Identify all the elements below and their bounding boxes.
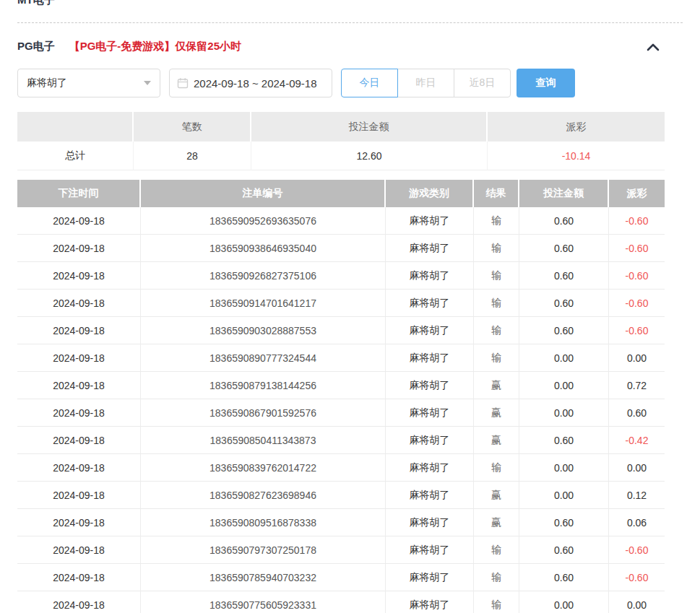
cell-bet-amount: 0.00 [519,344,609,372]
cell-result: 赢 [474,509,519,536]
cell-bet-amount: 0.60 [519,235,609,262]
section-title: PG电子 [17,40,55,53]
cell-bet-time: 2024-09-18 [17,207,141,235]
table-row: 2024-09-181836590903028887553麻将胡了输0.60-0… [17,317,665,344]
cell-result: 输 [474,591,519,613]
cell-bet-time: 2024-09-18 [17,591,141,613]
cell-payout: 0.12 [609,482,665,509]
collapse-section-button[interactable] [646,42,660,52]
table-row: 2024-09-181836590775605923331麻将胡了输0.000.… [17,591,665,613]
cell-bet-amount: 0.60 [519,427,609,454]
table-row: 2024-09-181836590879138144256麻将胡了赢0.000.… [17,372,665,399]
section-header: PG电子 【PG电子-免费游戏】仅保留25小时 [17,40,665,53]
cell-result: 输 [474,564,519,591]
cell-game-type: 麻将胡了 [386,536,474,564]
cell-order-id: 1836590797307250178 [141,536,386,564]
cell-order-id: 1836590879138144256 [141,372,386,399]
cell-bet-amount: 0.00 [519,482,609,509]
cell-game-type: 麻将胡了 [386,427,474,454]
cell-game-type: 麻将胡了 [386,591,474,613]
cell-order-id: 1836590867901592576 [141,399,386,427]
cell-bet-amount: 0.60 [519,290,609,317]
cell-game-type: 麻将胡了 [386,317,474,344]
cell-result: 输 [474,454,519,482]
date-range-value: 2024-09-18 ~ 2024-09-18 [194,77,317,90]
previous-section-title: MT电子 [17,0,683,9]
cell-result: 输 [474,290,519,317]
cell-order-id: 1836590938646935040 [141,235,386,262]
date-range-input[interactable]: 2024-09-18 ~ 2024-09-18 [169,69,332,97]
cell-bet-time: 2024-09-18 [17,536,141,564]
bet-records-column-header: 注单编号 [141,180,386,207]
cell-bet-amount: 0.00 [519,399,609,427]
section-announcement: 【PG电子-免费游戏】仅保留25小时 [69,40,241,53]
cell-result: 赢 [474,482,519,509]
summary-column-header: 投注金额 [251,112,488,142]
cell-payout: 0.60 [609,399,665,427]
game-select[interactable]: 麻将胡了 [17,69,160,97]
cell-bet-amount: 0.60 [519,317,609,344]
filter-row: 麻将胡了 2024-09-18 ~ 2024-09-18 今日昨日近8日 查询 [17,69,683,97]
cell-bet-time: 2024-09-18 [17,427,141,454]
cell-game-type: 麻将胡了 [386,262,474,290]
quick-button-近8日[interactable]: 近8日 [454,69,511,97]
bet-records-table: 下注时间注单编号游戏类别结果投注金额派彩 2024-09-18183659095… [17,180,665,613]
bet-records-body: 2024-09-181836590952693635076麻将胡了输0.60-0… [17,207,665,613]
cell-result: 赢 [474,372,519,399]
cell-bet-time: 2024-09-18 [17,454,141,482]
cell-payout: -0.60 [609,235,665,262]
cell-bet-amount: 0.00 [519,454,609,482]
table-row: 2024-09-181836590926827375106麻将胡了输0.60-0… [17,262,665,290]
cell-bet-time: 2024-09-18 [17,262,141,290]
table-row: 2024-09-181836590785940703232麻将胡了输0.60-0… [17,564,665,591]
cell-bet-time: 2024-09-18 [17,235,141,262]
quick-button-昨日[interactable]: 昨日 [397,69,454,97]
cell-game-type: 麻将胡了 [386,482,474,509]
cell-order-id: 1836590903028887553 [141,317,386,344]
cell-payout: 0.72 [609,372,665,399]
cell-order-id: 1836590952693635076 [141,207,386,235]
table-row: 2024-09-181836590850411343873麻将胡了赢0.60-0… [17,427,665,454]
bet-records-column-header: 游戏类别 [386,180,474,207]
search-button[interactable]: 查询 [517,69,575,97]
caret-down-icon [144,81,151,85]
cell-bet-time: 2024-09-18 [17,290,141,317]
cell-order-id: 1836590839762014722 [141,454,386,482]
table-row: 2024-09-181836590938646935040麻将胡了输0.60-0… [17,235,665,262]
cell-result: 赢 [474,427,519,454]
section-divider [17,22,683,23]
bet-records-column-header: 结果 [474,180,519,207]
cell-game-type: 麻将胡了 [386,344,474,372]
cell-payout: 0.00 [609,454,665,482]
table-row: 2024-09-181836590867901592576麻将胡了赢0.000.… [17,399,665,427]
cell-result: 输 [474,536,519,564]
game-select-value: 麻将胡了 [27,77,67,90]
cell-bet-amount: 0.60 [519,564,609,591]
cell-bet-time: 2024-09-18 [17,372,141,399]
cell-payout: 0.00 [609,344,665,372]
quick-button-今日[interactable]: 今日 [341,69,398,97]
cell-payout: -0.60 [609,262,665,290]
cell-result: 赢 [474,399,519,427]
cell-result: 输 [474,262,519,290]
cell-bet-amount: 0.60 [519,262,609,290]
cell-order-id: 1836590914701641217 [141,290,386,317]
page: MT电子 PG电子 【PG电子-免费游戏】仅保留25小时 麻将胡了 [0,0,700,613]
summary-column-header [17,112,134,142]
table-row: 2024-09-181836590952693635076麻将胡了输0.60-0… [17,207,665,235]
cell-bet-amount: 0.60 [519,536,609,564]
cell-bet-time: 2024-09-18 [17,399,141,427]
cell-bet-time: 2024-09-18 [17,344,141,372]
cell-payout: 0.00 [609,591,665,613]
summary-header-row: 笔数投注金额派彩 [17,112,665,142]
cell-result: 输 [474,235,519,262]
cell-order-id: 1836590827623698946 [141,482,386,509]
summary-total-label: 总计 [17,142,134,170]
table-row: 2024-09-181836590827623698946麻将胡了赢0.000.… [17,482,665,509]
summary-total-count: 28 [134,142,251,170]
cell-bet-time: 2024-09-18 [17,482,141,509]
cell-bet-time: 2024-09-18 [17,564,141,591]
summary-column-header: 派彩 [488,112,665,142]
cell-game-type: 麻将胡了 [386,372,474,399]
date-quick-buttons: 今日昨日近8日 [341,69,511,97]
